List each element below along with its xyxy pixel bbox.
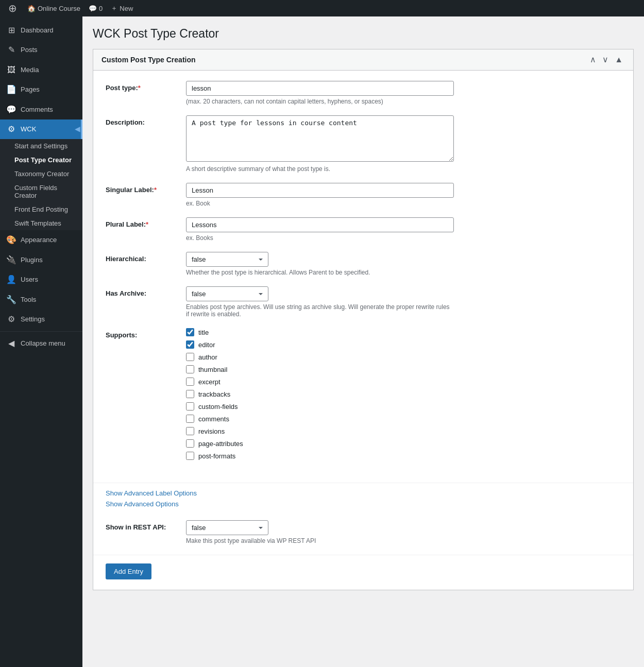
supports-excerpt-checkbox[interactable] <box>186 378 194 386</box>
panel-ctrl-down[interactable]: ∨ <box>600 55 611 65</box>
plural-label-field: ex. Books <box>186 217 454 242</box>
start-settings-label: Start and Settings <box>14 142 67 150</box>
show-advanced-options-link[interactable]: Show Advanced Options <box>106 500 633 508</box>
comments-item[interactable]: 💬 0 <box>84 0 107 16</box>
supports-post-formats-checkbox[interactable] <box>186 452 194 460</box>
sidebar-item-label-plugins: Plugins <box>21 255 43 265</box>
supports-page-attributes-label: page-attributes <box>198 440 243 448</box>
hierarchical-field: false true Whether the post type is hier… <box>186 252 454 276</box>
page-title: WCK Post Type Creator <box>93 27 634 41</box>
post-type-input[interactable] <box>186 81 454 96</box>
supports-editor-checkbox[interactable] <box>186 340 194 349</box>
sidebar-item-label-tools: Tools <box>21 295 36 304</box>
new-item[interactable]: ＋ New <box>107 0 137 16</box>
panel-title: Custom Post Type Creation <box>101 56 196 64</box>
sidebar-item-wck[interactable]: ⚙ WCK ◀ <box>0 119 82 139</box>
house-icon: 🏠 <box>27 5 36 12</box>
supports-author-item[interactable]: author <box>186 353 454 361</box>
supports-thumbnail-checkbox[interactable] <box>186 365 194 373</box>
dashboard-icon: ⊞ <box>6 25 16 36</box>
sidebar-item-tools[interactable]: 🔧 Tools <box>0 290 82 310</box>
supports-revisions-checkbox[interactable] <box>186 427 194 435</box>
sidebar-subitem-custom-fields-creator[interactable]: Custom Fields Creator <box>0 181 82 202</box>
rest-api-label: Show in REST API: <box>106 520 178 531</box>
show-advanced-label-link[interactable]: Show Advanced Label Options <box>106 489 633 497</box>
description-label: Description: <box>106 115 178 126</box>
sidebar-item-users[interactable]: 👤 Users <box>0 270 82 289</box>
supports-excerpt-item[interactable]: excerpt <box>186 378 454 386</box>
rest-api-select[interactable]: false true <box>186 520 268 535</box>
comments-nav-icon: 💬 <box>6 104 16 115</box>
supports-editor-item[interactable]: editor <box>186 340 454 349</box>
sidebar-item-posts[interactable]: ✎ Posts <box>0 40 82 60</box>
supports-trackbacks-label: trackbacks <box>198 390 230 398</box>
supports-post-formats-item[interactable]: post-formats <box>186 452 454 460</box>
supports-revisions-label: revisions <box>198 427 225 435</box>
supports-page-attributes-item[interactable]: page-attributes <box>186 439 454 448</box>
supports-comments-label: comments <box>198 415 229 423</box>
sidebar-item-comments[interactable]: 💬 Comments <box>0 100 82 119</box>
supports-author-checkbox[interactable] <box>186 353 194 361</box>
admin-bar: ⊕ 🏠 Online Course 💬 0 ＋ New <box>0 0 644 16</box>
supports-field: title editor author <box>186 328 454 460</box>
sidebar-subitem-front-end-posting[interactable]: Front End Posting <box>0 202 82 216</box>
supports-title-checkbox[interactable] <box>186 328 194 336</box>
sidebar-item-label-posts: Posts <box>21 45 38 55</box>
supports-thumbnail-item[interactable]: thumbnail <box>186 365 454 373</box>
rest-api-section: Show in REST API: false true Make this p… <box>93 514 633 544</box>
sidebar-item-label-comments: Comments <box>21 105 53 114</box>
form-row-rest-api: Show in REST API: false true Make this p… <box>106 520 621 544</box>
panel-ctrl-up[interactable]: ∧ <box>588 55 598 65</box>
hierarchical-hint: Whether the post type is hierarchical. A… <box>186 269 454 276</box>
sidebar-item-label-media: Media <box>21 65 39 75</box>
supports-comments-item[interactable]: comments <box>186 415 454 423</box>
settings-icon: ⚙ <box>6 314 16 325</box>
sidebar-subitem-taxonomy-creator[interactable]: Taxonomy Creator <box>0 167 82 181</box>
supports-trackbacks-checkbox[interactable] <box>186 390 194 398</box>
supports-revisions-item[interactable]: revisions <box>186 427 454 435</box>
site-name: Online Course <box>38 5 80 12</box>
sidebar-item-appearance[interactable]: 🎨 Appearance <box>0 230 82 250</box>
sidebar-item-pages[interactable]: 📄 Pages <box>0 80 82 99</box>
supports-custom-fields-checkbox[interactable] <box>186 402 194 411</box>
description-textarea[interactable]: A post type for lessons in course conten… <box>186 115 454 162</box>
sidebar-item-dashboard[interactable]: ⊞ Dashboard <box>0 21 82 40</box>
form-row-supports: Supports: title editor <box>106 328 621 460</box>
sidebar-item-settings[interactable]: ⚙ Settings <box>0 310 82 329</box>
sidebar-item-media[interactable]: 🖼 Media <box>0 60 82 80</box>
plus-icon: ＋ <box>111 4 117 13</box>
swift-templates-label: Swift Templates <box>14 219 61 227</box>
supports-page-attributes-checkbox[interactable] <box>186 439 194 448</box>
sidebar-subitem-post-type-creator[interactable]: Post Type Creator <box>0 153 82 167</box>
collapse-icon: ◀ <box>6 338 16 349</box>
hierarchical-select[interactable]: false true <box>186 252 268 267</box>
sidebar-item-plugins[interactable]: 🔌 Plugins <box>0 250 82 270</box>
wp-logo[interactable]: ⊕ <box>4 0 23 16</box>
has-archive-hint: Enables post type archives. Will use str… <box>186 303 454 318</box>
posts-icon: ✎ <box>6 44 16 56</box>
has-archive-label: Has Archive: <box>106 286 178 297</box>
supports-trackbacks-item[interactable]: trackbacks <box>186 390 454 398</box>
has-archive-select[interactable]: false true <box>186 286 268 301</box>
site-name-item[interactable]: 🏠 Online Course <box>23 0 84 16</box>
sidebar-subitem-start-settings[interactable]: Start and Settings <box>0 139 82 153</box>
plural-label-input[interactable] <box>186 217 454 232</box>
sidebar-item-label-collapse: Collapse menu <box>21 339 65 348</box>
add-entry-button[interactable]: Add Entry <box>106 563 151 579</box>
required-star-plural: * <box>146 220 148 228</box>
front-end-posting-label: Front End Posting <box>14 206 68 213</box>
users-icon: 👤 <box>6 274 16 285</box>
supports-editor-label: editor <box>198 341 215 349</box>
sidebar-item-label-wck: WCK <box>21 125 36 134</box>
layout: ⊞ Dashboard ✎ Posts 🖼 Media 📄 Pages 💬 Co… <box>0 16 644 667</box>
singular-label-label: Singular Label:* <box>106 183 178 194</box>
sidebar-item-collapse[interactable]: ◀ Collapse menu <box>0 334 82 353</box>
sidebar-subitem-swift-templates[interactable]: Swift Templates <box>0 216 82 230</box>
panel-ctrl-collapse[interactable]: ▲ <box>613 55 625 65</box>
supports-checkbox-group: title editor author <box>186 328 454 460</box>
supports-comments-checkbox[interactable] <box>186 415 194 423</box>
singular-label-input[interactable] <box>186 183 454 198</box>
supports-title-item[interactable]: title <box>186 328 454 336</box>
supports-custom-fields-item[interactable]: custom-fields <box>186 402 454 411</box>
form-row-plural-label: Plural Label:* ex. Books <box>106 217 621 242</box>
